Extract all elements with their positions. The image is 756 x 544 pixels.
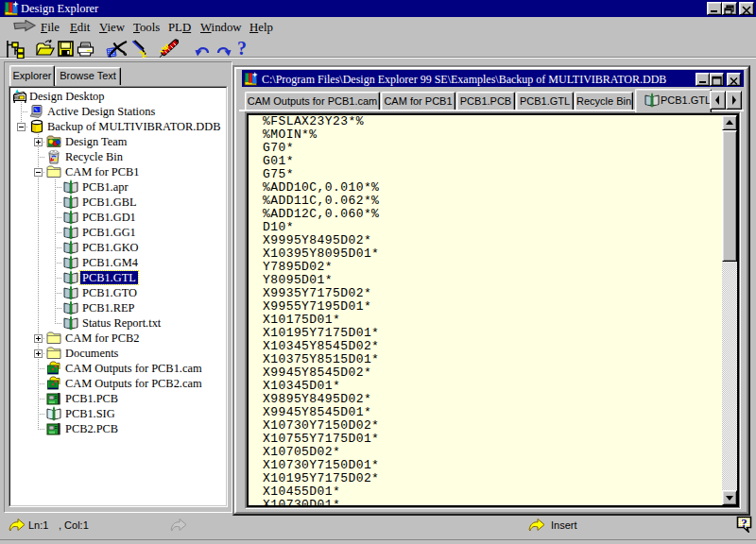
- svg-text:?: ?: [741, 516, 747, 530]
